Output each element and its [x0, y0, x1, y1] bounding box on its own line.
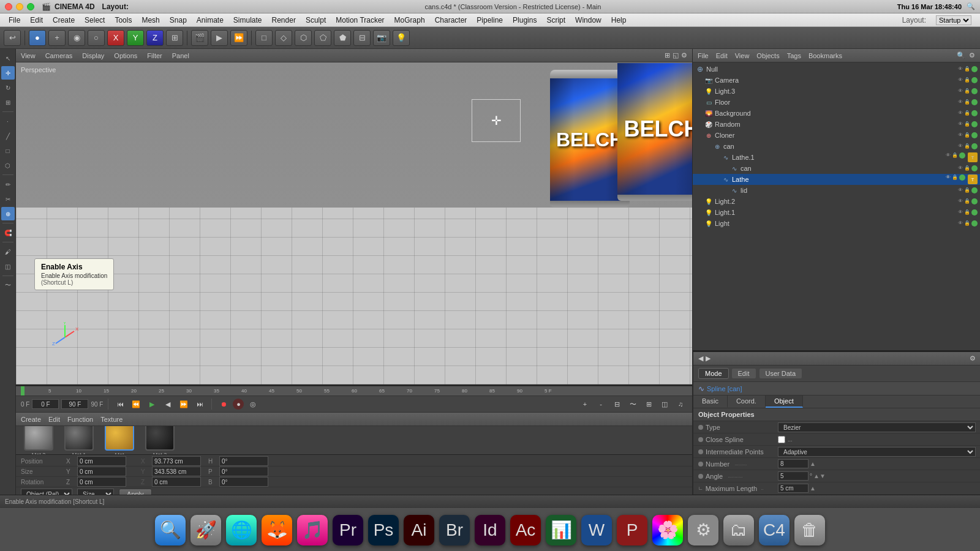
- menu-snap[interactable]: Snap: [165, 15, 192, 26]
- close-spline-checkbox[interactable]: [778, 436, 785, 443]
- l3-lock-btn[interactable]: 🔒: [964, 88, 970, 94]
- la-eye-btn[interactable]: 👁: [946, 174, 951, 184]
- axis-y-button[interactable]: Y: [127, 30, 144, 46]
- mac-window-menu[interactable]: Layout:: [102, 2, 129, 11]
- sound-button[interactable]: ♫: [674, 398, 687, 410]
- lathe-tag[interactable]: T: [968, 174, 978, 184]
- add-object-button[interactable]: +: [48, 30, 66, 46]
- go-end-button[interactable]: ⏭: [193, 398, 206, 410]
- menu-mograph[interactable]: MoGraph: [390, 15, 430, 26]
- menu-character[interactable]: Character: [430, 15, 472, 26]
- lid-render-dot[interactable]: [971, 187, 978, 193]
- cam-lock-btn[interactable]: 🔒: [964, 77, 970, 83]
- dock-trash[interactable]: 🗑: [794, 515, 825, 545]
- menu-edit[interactable]: Edit: [25, 15, 48, 26]
- menu-render[interactable]: Render: [267, 15, 301, 26]
- obj-lid[interactable]: ∿ lid 👁 🔒: [693, 185, 980, 196]
- obj-background[interactable]: 🌄 Background 👁 🔒: [693, 108, 980, 119]
- obj-floor[interactable]: ▭ Floor 👁 🔒: [693, 97, 980, 108]
- size-mode-dropdown[interactable]: SizeScale: [77, 489, 114, 495]
- scale-tool[interactable]: ⊞: [1, 96, 15, 109]
- go-start-button[interactable]: ⏮: [113, 398, 127, 410]
- texture-tool[interactable]: ◫: [1, 260, 15, 273]
- menu-select[interactable]: Select: [80, 15, 110, 26]
- menu-plugins[interactable]: Plugins: [508, 15, 541, 26]
- bg-render-dot[interactable]: [971, 110, 978, 116]
- weight-mode-button[interactable]: ⬠: [314, 30, 331, 46]
- pen-tool[interactable]: ✏: [1, 178, 15, 191]
- viewport-cameras-menu[interactable]: Cameras: [45, 52, 73, 59]
- cn-eye-btn[interactable]: 👁: [958, 143, 963, 149]
- size-z-input[interactable]: [152, 477, 201, 487]
- null-lock-btn[interactable]: 🔒: [964, 66, 970, 72]
- dock-premiere[interactable]: Pr: [333, 515, 363, 545]
- l3-eye-btn[interactable]: 👁: [958, 88, 963, 94]
- edit-tab[interactable]: Edit: [731, 368, 756, 379]
- dock-firefox[interactable]: 🦊: [262, 515, 292, 545]
- paint-tool[interactable]: 🖌: [1, 245, 15, 258]
- viewport-view-menu[interactable]: View: [21, 52, 36, 59]
- mat-edit-menu[interactable]: Edit: [48, 416, 60, 423]
- viewport-filter-menu[interactable]: Filter: [147, 52, 162, 59]
- size-y-input[interactable]: [152, 467, 201, 476]
- dock-launchpad[interactable]: 🚀: [190, 515, 221, 545]
- obj-light1[interactable]: 💡 Light.1 👁 🔒: [693, 207, 980, 218]
- deformer-tool[interactable]: 〜: [1, 279, 15, 292]
- lid-eye-btn[interactable]: 👁: [958, 187, 963, 193]
- minimize-button[interactable]: [16, 3, 23, 10]
- current-frame-input[interactable]: [32, 399, 59, 409]
- pos-z-input[interactable]: [77, 477, 126, 487]
- menu-file[interactable]: File: [4, 15, 25, 26]
- mat-texture-menu[interactable]: Texture: [100, 416, 123, 423]
- obj-null[interactable]: ⊕ Null 👁 🔒: [693, 64, 980, 75]
- l1a-render-dot[interactable]: [971, 209, 978, 216]
- menu-pipeline[interactable]: Pipeline: [472, 15, 508, 26]
- cs-eye-btn[interactable]: 👁: [958, 165, 963, 171]
- props-nav-next[interactable]: ▶: [706, 354, 710, 362]
- objmgr-edit-menu[interactable]: Edit: [716, 52, 728, 59]
- l1-render-dot[interactable]: [959, 152, 965, 159]
- type-dropdown[interactable]: BezierLinearCubic: [778, 422, 976, 432]
- lathe1-tag[interactable]: T: [968, 152, 978, 162]
- objmgr-bookmarks-menu[interactable]: Bookmarks: [809, 52, 842, 59]
- viewport-panel-menu[interactable]: Panel: [172, 52, 189, 59]
- apply-button[interactable]: Apply: [119, 489, 152, 495]
- objmgr-objects-menu[interactable]: Objects: [756, 52, 779, 59]
- number-input[interactable]: [778, 459, 809, 468]
- dock-itunes[interactable]: 🎵: [297, 515, 328, 545]
- coord-system-dropdown[interactable]: Object (Rel)WorldScreen: [21, 489, 72, 495]
- la-render-dot[interactable]: [959, 174, 965, 181]
- null-render-dot[interactable]: [971, 66, 978, 72]
- rand-render-dot[interactable]: [971, 121, 978, 127]
- polys-mode[interactable]: □: [1, 144, 15, 157]
- floor-render-dot[interactable]: [971, 99, 978, 105]
- record-button[interactable]: ⏺: [217, 398, 230, 410]
- obj-light2[interactable]: 💡 Light.2 👁 🔒: [693, 196, 980, 207]
- floor-lock-btn[interactable]: 🔒: [964, 99, 970, 105]
- obj-cloner[interactable]: ⊕ Cloner 👁 🔒: [693, 130, 980, 141]
- sculpt-button[interactable]: ◉: [68, 30, 85, 46]
- object-mode[interactable]: ⬡: [1, 159, 15, 172]
- key-plus-button[interactable]: +: [578, 398, 592, 410]
- move-tool[interactable]: ✛: [1, 66, 15, 80]
- dock-photoshop[interactable]: Ps: [368, 515, 399, 545]
- objmgr-tags-menu[interactable]: Tags: [787, 52, 801, 59]
- play-reverse-button[interactable]: ◀: [161, 398, 175, 410]
- obj-light[interactable]: 💡 Light 👁 🔒: [693, 218, 980, 229]
- menu-window[interactable]: Window: [570, 15, 606, 26]
- timeline-button[interactable]: ⊟: [610, 398, 624, 410]
- edges-mode[interactable]: ╱: [1, 129, 15, 143]
- viewport-icon-2[interactable]: ◱: [673, 51, 679, 59]
- menu-script[interactable]: Script: [541, 15, 570, 26]
- angle-up-btn[interactable]: ▲: [813, 473, 820, 479]
- layout-dropdown[interactable]: Startup: [936, 15, 971, 25]
- camera-button[interactable]: 📷: [373, 30, 390, 46]
- li-eye-btn[interactable]: 👁: [958, 220, 963, 227]
- cn-lock-btn[interactable]: 🔒: [964, 143, 970, 149]
- coord-button[interactable]: ⊞: [166, 30, 183, 46]
- uv-mode-button[interactable]: ⬡: [295, 30, 312, 46]
- dock-acrobat[interactable]: Ac: [510, 515, 541, 545]
- cam-render-dot[interactable]: [971, 77, 978, 83]
- dock-photos[interactable]: 🌸: [652, 515, 683, 545]
- objmgr-settings-icon[interactable]: ⚙: [969, 51, 975, 59]
